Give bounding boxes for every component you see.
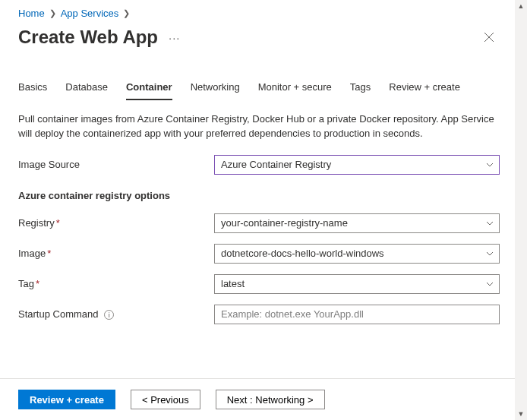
scroll-down-icon[interactable]: ▼ [515,408,527,420]
tab-basics[interactable]: Basics [18,81,47,100]
close-icon [484,32,494,43]
next-button[interactable]: Next : Networking > [216,390,325,409]
tab-description: Pull container images from Azure Contain… [18,112,500,141]
breadcrumb: Home ❯ App Services ❯ [18,0,500,19]
tabs: Basics Database Container Networking Mon… [18,81,500,100]
image-select[interactable]: dotnetcore-docs-hello-world-windows [214,244,500,264]
tab-networking[interactable]: Networking [191,81,240,100]
acr-options-heading: Azure container registry options [18,190,500,201]
tag-label: Tag [18,278,34,289]
tab-database[interactable]: Database [65,81,108,100]
chevron-right-icon: ❯ [123,8,130,18]
chevron-right-icon: ❯ [49,8,56,18]
chevron-down-icon [485,249,494,258]
page-title: Create Web App [18,27,158,48]
tab-monitor-secure[interactable]: Monitor + secure [258,81,332,100]
registry-label: Registry [18,217,55,229]
chevron-down-icon [485,279,494,289]
registry-value: your-container-registry-name [221,217,348,229]
breadcrumb-app-services[interactable]: App Services [61,8,119,19]
more-actions-button[interactable]: ··· [169,31,181,44]
tag-value: latest [221,278,245,289]
chevron-down-icon [485,219,494,228]
tag-select[interactable]: latest [214,274,500,294]
startup-command-label: Startup Command [18,308,99,320]
tab-tags[interactable]: Tags [350,81,371,100]
scrollbar[interactable]: ▲ ▼ [515,0,527,420]
image-source-label: Image Source [18,159,214,170]
image-source-value: Azure Container Registry [221,159,331,170]
image-label: Image [18,248,46,259]
breadcrumb-home[interactable]: Home [18,8,45,19]
required-indicator: * [47,248,51,259]
tab-container[interactable]: Container [126,81,172,100]
info-icon[interactable]: i [104,310,114,320]
image-source-select[interactable]: Azure Container Registry [214,155,500,175]
footer-actions: Review + create < Previous Next : Networ… [0,378,515,420]
scroll-up-icon[interactable]: ▲ [515,0,527,12]
image-value: dotnetcore-docs-hello-world-windows [221,248,384,259]
review-create-button[interactable]: Review + create [18,390,115,409]
required-indicator: * [36,278,39,289]
startup-command-input[interactable] [214,305,500,324]
previous-button[interactable]: < Previous [131,390,200,409]
registry-select[interactable]: your-container-registry-name [214,213,500,233]
tab-review-create[interactable]: Review + create [389,81,460,100]
close-button[interactable] [478,27,500,48]
required-indicator: * [56,217,60,229]
chevron-down-icon [485,160,494,169]
